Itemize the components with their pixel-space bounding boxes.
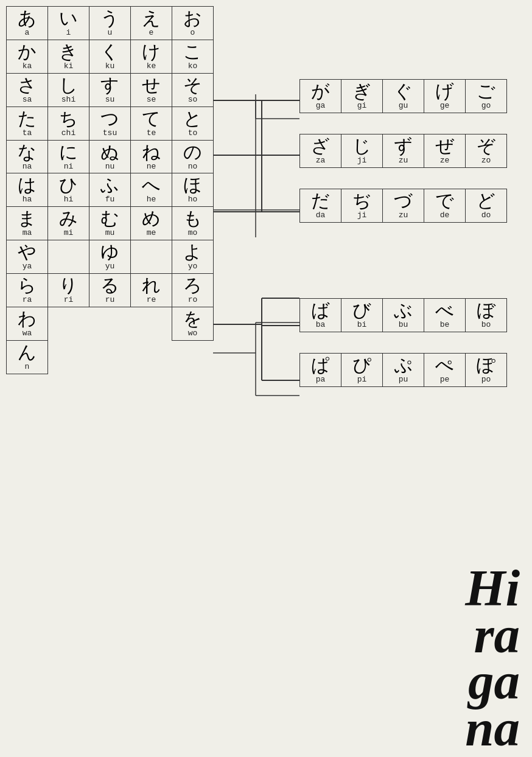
p-dakuten-table: ぱpa ぴpi ぷpu ぺpe ぽpo xyxy=(299,353,507,387)
table-row: はha ひhi ふfu へhe ほho xyxy=(7,173,214,207)
g-table-container: がga ぎgi ぐgu げge ごgo xyxy=(299,79,507,113)
p-table-container: ぱpa ぴpi ぷpu ぺpe ぽpo xyxy=(299,353,507,387)
table-row: やya ゆyu よyo xyxy=(7,240,214,274)
table-row: あa いi うu えe おo xyxy=(7,7,214,40)
d-dakuten-table: だda ぢji づzu でde どdo xyxy=(299,189,507,223)
main-container: あa いi うu えe おo かka きki くku けke こko さsa し… xyxy=(0,0,532,757)
table-row: さsa しshi すsu せse そso xyxy=(7,73,214,106)
hiragana-main-table: あa いi うu えe おo かka きki くku けke こko さsa し… xyxy=(6,6,214,374)
table-row: らra りri るru れre ろro xyxy=(7,274,214,307)
table-row: まma みmi むmu めme もmo xyxy=(7,207,214,240)
table-row: なna にni ぬnu ねne のno xyxy=(7,140,214,173)
table-row: かka きki くku けke こko xyxy=(7,40,214,73)
g-dakuten-table: がga ぎgi ぐgu げge ごgo xyxy=(299,79,507,113)
z-table-container: ざza じji ずzu ぜze ぞzo xyxy=(299,134,507,168)
table-row: わwa をwo xyxy=(7,307,214,341)
table-row: たta ちchi つtsu てte とto xyxy=(7,106,214,140)
b-dakuten-table: ばba びbi ぶbu べbe ぼbo xyxy=(299,298,507,332)
hiragana-title: Hiragana xyxy=(465,565,520,751)
d-table-container: だda ぢji づzu でde どdo xyxy=(299,189,507,223)
table-row: んn xyxy=(7,340,214,374)
z-dakuten-table: ざza じji ずzu ぜze ぞzo xyxy=(299,134,507,168)
b-table-container: ばba びbi ぶbu べbe ぼbo xyxy=(299,298,507,332)
